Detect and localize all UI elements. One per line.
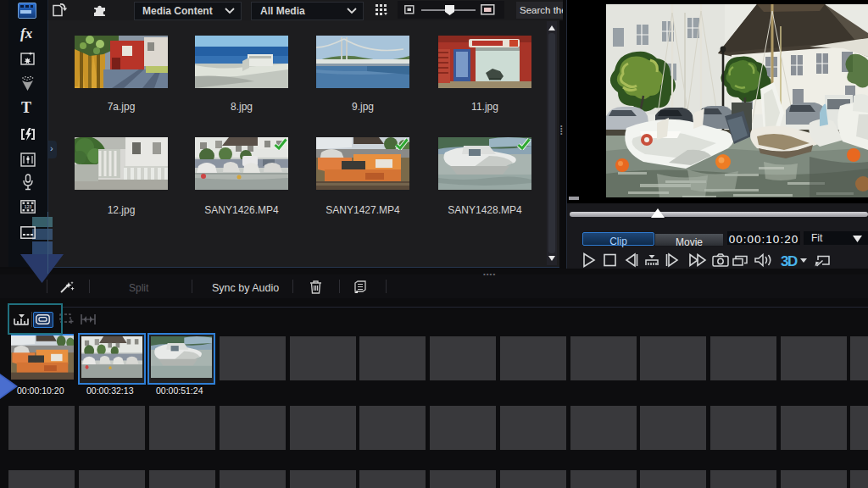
svg-text:123: 123: [24, 204, 31, 209]
svg-text:3D: 3D: [781, 253, 798, 269]
